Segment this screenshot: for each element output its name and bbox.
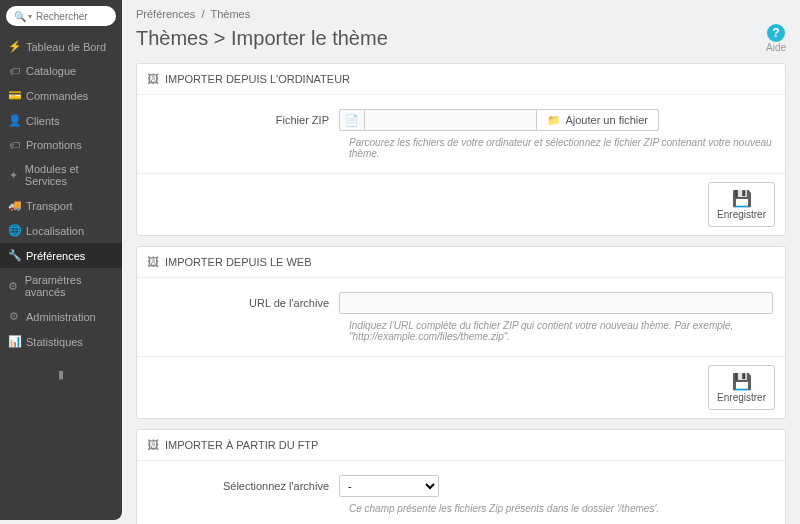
- panel-import-computer: 🖼 IMPORTER DEPUIS L'ORDINATEUR Fichier Z…: [136, 63, 786, 236]
- nav-label: Transport: [26, 200, 73, 212]
- breadcrumb: Préférences / Thèmes: [136, 8, 786, 20]
- panel-title: IMPORTER À PARTIR DU FTP: [165, 439, 318, 451]
- image-icon: 🖼: [147, 72, 159, 86]
- nav-dashboard[interactable]: ⚡Tableau de Bord: [0, 34, 122, 59]
- dashboard-icon: ⚡: [8, 40, 20, 53]
- save-button[interactable]: 💾 Enregistrer: [708, 365, 775, 410]
- save-icon: 💾: [717, 372, 766, 391]
- stats-icon: 📊: [8, 335, 20, 348]
- image-icon: 🖼: [147, 438, 159, 452]
- globe-icon: 🌐: [8, 224, 20, 237]
- panel-import-ftp: 🖼 IMPORTER À PARTIR DU FTP Sélectionnez …: [136, 429, 786, 524]
- gear-icon: ⚙: [8, 310, 20, 323]
- main-content: Préférences / Thèmes Thèmes > Importer l…: [122, 0, 800, 524]
- nav-list: ⚡Tableau de Bord 🏷Catalogue 💳Commandes 👤…: [0, 34, 122, 354]
- nav-label: Promotions: [26, 139, 82, 151]
- gear-icon: ⚙: [8, 280, 19, 293]
- panel-header: 🖼 IMPORTER DEPUIS LE WEB: [137, 247, 785, 278]
- nav-transport[interactable]: 🚚Transport: [0, 193, 122, 218]
- wrench-icon: 🔧: [8, 249, 20, 262]
- nav-label: Modules et Services: [25, 163, 114, 187]
- help-text: Indiquez l'URL complète du fichier ZIP q…: [349, 320, 773, 342]
- nav-modules[interactable]: ✦Modules et Services: [0, 157, 122, 193]
- nav-label: Administration: [26, 311, 96, 323]
- help-icon: ?: [767, 24, 785, 42]
- image-icon: 🖼: [147, 255, 159, 269]
- panel-header: 🖼 IMPORTER À PARTIR DU FTP: [137, 430, 785, 461]
- nav-promotions[interactable]: 🏷Promotions: [0, 133, 122, 157]
- nav-label: Tableau de Bord: [26, 41, 106, 53]
- nav-orders[interactable]: 💳Commandes: [0, 83, 122, 108]
- help-button[interactable]: ? Aide: [766, 24, 786, 53]
- panel-header: 🖼 IMPORTER DEPUIS L'ORDINATEUR: [137, 64, 785, 95]
- pricetag-icon: 🏷: [8, 139, 20, 151]
- select-archive-label: Sélectionnez l'archive: [149, 480, 339, 492]
- nav-stats[interactable]: 📊Statistiques: [0, 329, 122, 354]
- search-input[interactable]: [36, 11, 108, 22]
- help-text: Parcourez les fichiers de votre ordinate…: [349, 137, 773, 159]
- save-label: Enregistrer: [717, 392, 766, 403]
- nav-administration[interactable]: ⚙Administration: [0, 304, 122, 329]
- nav-localization[interactable]: 🌐Localisation: [0, 218, 122, 243]
- nav-label: Commandes: [26, 90, 88, 102]
- nav-label: Localisation: [26, 225, 84, 237]
- tag-icon: 🏷: [8, 65, 20, 77]
- panel-title: IMPORTER DEPUIS LE WEB: [165, 256, 312, 268]
- nav-label: Paramètres avancés: [25, 274, 114, 298]
- chevron-down-icon: ▾: [28, 12, 32, 21]
- nav-advanced[interactable]: ⚙Paramètres avancés: [0, 268, 122, 304]
- panel-import-web: 🖼 IMPORTER DEPUIS LE WEB URL de l'archiv…: [136, 246, 786, 419]
- nav-catalog[interactable]: 🏷Catalogue: [0, 59, 122, 83]
- zip-file-label: Fichier ZIP: [149, 114, 339, 126]
- page-title: Thèmes > Importer le thème: [136, 27, 388, 50]
- folder-icon: 📁: [547, 114, 561, 127]
- breadcrumb-item[interactable]: Préférences: [136, 8, 195, 20]
- user-icon: 👤: [8, 114, 20, 127]
- archive-url-label: URL de l'archive: [149, 297, 339, 309]
- file-icon: 📄: [339, 109, 365, 131]
- nav-label: Clients: [26, 115, 60, 127]
- archive-url-input[interactable]: [339, 292, 773, 314]
- nav-customers[interactable]: 👤Clients: [0, 108, 122, 133]
- archive-select[interactable]: -: [339, 475, 439, 497]
- add-file-button[interactable]: 📁 Ajouter un fichier: [536, 109, 659, 131]
- breadcrumb-item[interactable]: Thèmes: [210, 8, 250, 20]
- nav-label: Catalogue: [26, 65, 76, 77]
- truck-icon: 🚚: [8, 199, 20, 212]
- search-box[interactable]: 🔍 ▾: [6, 6, 116, 26]
- credit-card-icon: 💳: [8, 89, 20, 102]
- save-label: Enregistrer: [717, 209, 766, 220]
- nav-preferences[interactable]: 🔧Préférences: [0, 243, 122, 268]
- sidebar: 🔍 ▾ ⚡Tableau de Bord 🏷Catalogue 💳Command…: [0, 0, 122, 520]
- help-label: Aide: [766, 42, 786, 53]
- nav-label: Préférences: [26, 250, 85, 262]
- save-button[interactable]: 💾 Enregistrer: [708, 182, 775, 227]
- collapse-sidebar-button[interactable]: ▮: [0, 368, 122, 381]
- search-icon: 🔍: [14, 11, 26, 22]
- puzzle-icon: ✦: [8, 169, 19, 182]
- save-icon: 💾: [717, 189, 766, 208]
- file-path-display: [365, 109, 536, 131]
- nav-label: Statistiques: [26, 336, 83, 348]
- help-text: Ce champ présente les fichiers Zip prése…: [349, 503, 773, 514]
- add-file-label: Ajouter un fichier: [565, 114, 648, 126]
- panel-title: IMPORTER DEPUIS L'ORDINATEUR: [165, 73, 350, 85]
